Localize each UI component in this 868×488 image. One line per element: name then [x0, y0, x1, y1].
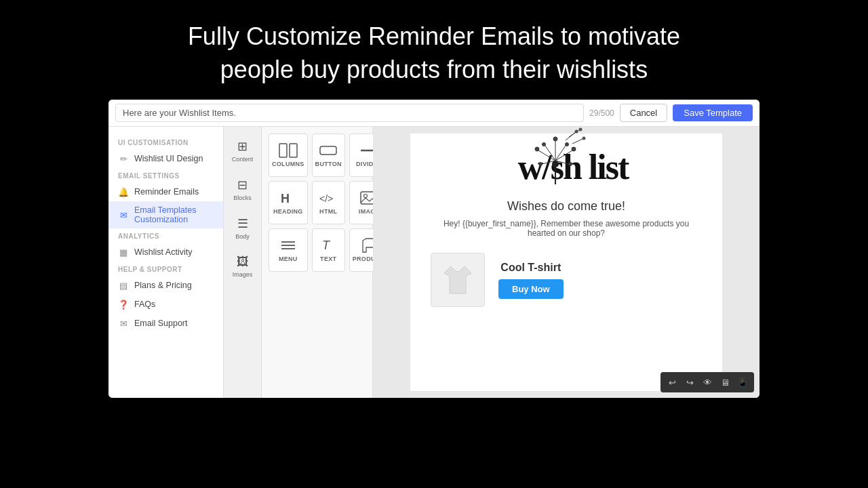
- body-tab-icon: ☰: [237, 216, 248, 231]
- block-menu-label: MENU: [279, 256, 298, 262]
- blocks-tab-label: Blocks: [233, 195, 252, 201]
- block-text[interactable]: T TEXT: [312, 228, 345, 272]
- svg-rect-0: [279, 144, 287, 157]
- cancel-button[interactable]: Cancel: [620, 104, 667, 122]
- svg-point-31: [579, 128, 582, 131]
- svg-point-15: [553, 137, 557, 141]
- svg-rect-1: [290, 144, 297, 157]
- svg-point-27: [565, 143, 568, 146]
- heading-icon: H: [279, 190, 298, 205]
- block-button-label: BUTTON: [315, 161, 342, 167]
- buy-now-button[interactable]: Buy Now: [498, 279, 564, 299]
- block-text-label: TEXT: [320, 256, 336, 262]
- svg-point-23: [568, 163, 572, 166]
- chart-icon: ▦: [118, 247, 129, 258]
- svg-point-33: [583, 137, 585, 140]
- block-html-label: HTML: [319, 208, 337, 215]
- sidebar-label-email-templates: Email Templates Customization: [134, 205, 214, 224]
- redo-button[interactable]: ↪: [682, 375, 697, 390]
- card-icon: ▤: [118, 280, 129, 291]
- sidebar-item-email-support[interactable]: ✉ Email Support: [108, 314, 223, 333]
- pencil-icon: ✏: [118, 153, 129, 164]
- app-window: 29/500 Cancel Save Template UI CUSTOMISA…: [108, 100, 760, 398]
- tab-images[interactable]: 🖼 Images: [226, 249, 260, 283]
- svg-rect-2: [320, 146, 336, 155]
- mobile-view-button[interactable]: 📱: [735, 375, 750, 390]
- section-label-analytics: ANALYTICS: [108, 228, 223, 243]
- sidebar-label-email-support: Email Support: [134, 319, 188, 328]
- sidebar-item-reminder-emails[interactable]: 🔔 Reminder Emails: [108, 182, 223, 201]
- preview-button[interactable]: 👁: [700, 375, 715, 390]
- images-tab-label: Images: [233, 271, 253, 278]
- canvas-tagline: Wishes do come true!: [507, 199, 625, 214]
- images-tab-icon: 🖼: [237, 255, 249, 269]
- hero-line1: Fully Customize Reminder Emails to motiv…: [188, 20, 680, 54]
- text-icon: T: [319, 238, 338, 253]
- block-heading-label: HEADING: [273, 208, 303, 215]
- button-icon: [319, 143, 338, 158]
- svg-text:H: H: [281, 192, 290, 205]
- product-name: Cool T-shirt: [500, 262, 561, 274]
- svg-text:</>: </>: [319, 193, 333, 204]
- hero-text: Fully Customize Reminder Emails to motiv…: [134, 0, 734, 100]
- menu-icon: [279, 238, 298, 253]
- blocks-tab-icon: ⊟: [237, 178, 248, 192]
- sidebar-item-wishlist-ui[interactable]: ✏ Wishlist UI Design: [108, 149, 223, 168]
- question-icon: ❓: [118, 299, 129, 310]
- dandelion-graphic: [525, 127, 586, 188]
- section-label-email: EMAIL SETTINGS: [108, 168, 223, 182]
- char-count: 29/500: [589, 108, 614, 118]
- sidebar-label-plans: Plans & Pricing: [134, 281, 192, 290]
- svg-point-17: [535, 147, 539, 151]
- mail-icon: ✉: [118, 318, 129, 329]
- tshirt-icon: [437, 260, 478, 300]
- bell-icon: 🔔: [118, 186, 129, 197]
- email-canvas: w‍/‍sh list Wishes do come true! Hey! {{…: [410, 134, 722, 391]
- product-image: [431, 253, 485, 307]
- block-columns-label: COLUMNS: [272, 161, 304, 167]
- svg-line-26: [555, 146, 566, 161]
- envelope-icon: ✉: [118, 209, 129, 220]
- product-row: Cool T-shirt Buy Now: [410, 246, 722, 314]
- save-template-button[interactable]: Save Template: [673, 104, 753, 121]
- html-icon: </>: [319, 190, 338, 205]
- desktop-view-button[interactable]: 🖥: [717, 375, 732, 390]
- toolbar-tabs: ⊞ Content ⊟ Blocks ☰ Body 🖼 Images: [224, 127, 262, 398]
- canvas-area: w‍/‍sh list Wishes do come true! Hey! {{…: [373, 127, 760, 398]
- block-columns[interactable]: COLUMNS: [269, 134, 308, 177]
- svg-line-18: [555, 150, 572, 161]
- hero-line2: people buy products from their wishlists: [188, 54, 680, 87]
- svg-text:T: T: [322, 239, 331, 252]
- svg-line-30: [569, 130, 579, 137]
- main-area: UI CUSTOMISATION ✏ Wishlist UI Design EM…: [108, 127, 760, 398]
- svg-line-24: [545, 146, 555, 161]
- canvas-logo-area: w‍/‍sh list: [410, 134, 722, 194]
- sidebar-item-email-templates[interactable]: ✉ Email Templates Customization: [108, 201, 223, 228]
- sidebar: UI CUSTOMISATION ✏ Wishlist UI Design EM…: [108, 127, 224, 398]
- block-button[interactable]: BUTTON: [312, 134, 345, 177]
- sidebar-label-reminder-emails: Reminder Emails: [134, 187, 199, 197]
- svg-point-21: [538, 163, 542, 166]
- sidebar-item-faqs[interactable]: ❓ FAQs: [108, 295, 223, 314]
- section-label-help: HELP & SUPPORT: [108, 262, 223, 276]
- toolbar-panel: ⊞ Content ⊟ Blocks ☰ Body 🖼 Images: [224, 127, 373, 398]
- block-menu[interactable]: MENU: [269, 228, 308, 272]
- svg-line-32: [572, 139, 583, 144]
- undo-button[interactable]: ↩: [665, 375, 679, 390]
- columns-icon: [279, 143, 298, 158]
- tab-blocks[interactable]: ⊟ Blocks: [226, 172, 260, 207]
- block-heading[interactable]: H HEADING: [269, 181, 308, 224]
- toolbar-inner: ⊞ Content ⊟ Blocks ☰ Body 🖼 Images: [224, 127, 372, 398]
- content-tab-icon: ⊞: [237, 139, 248, 154]
- svg-point-12: [552, 161, 559, 167]
- sidebar-label-faqs: FAQs: [134, 300, 155, 309]
- section-label-ui: UI CUSTOMISATION: [108, 135, 223, 149]
- canvas-toolbar-bottom: ↩ ↪ 👁 🖥 📱: [660, 372, 754, 392]
- sidebar-item-plans[interactable]: ▤ Plans & Pricing: [108, 276, 223, 295]
- subject-input[interactable]: [115, 104, 584, 122]
- sidebar-label-wishlist-activity: Wishlist Activity: [134, 247, 192, 257]
- tab-content[interactable]: ⊞ Content: [226, 134, 260, 168]
- sidebar-item-wishlist-activity[interactable]: ▦ Wishlist Activity: [108, 243, 223, 262]
- block-html[interactable]: </> HTML: [312, 181, 345, 224]
- tab-body[interactable]: ☰ Body: [226, 211, 260, 245]
